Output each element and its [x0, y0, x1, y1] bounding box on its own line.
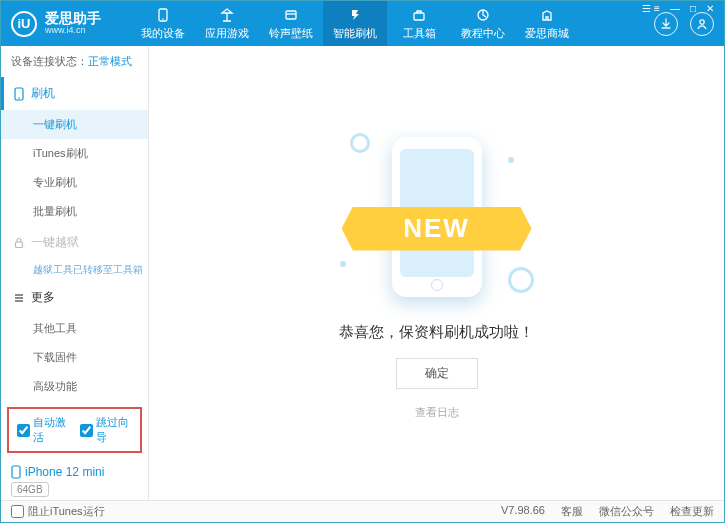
app-url: www.i4.cn — [45, 26, 101, 36]
flash-item-0[interactable]: 一键刷机 — [1, 110, 148, 139]
group-more[interactable]: 更多 — [1, 281, 148, 314]
svg-point-1 — [162, 18, 164, 20]
phone-icon — [11, 465, 21, 479]
phone-icon — [13, 87, 25, 101]
nav-icon — [154, 6, 172, 24]
nav-item-4[interactable]: 工具箱 — [387, 1, 451, 46]
more-item-2[interactable]: 高级功能 — [1, 372, 148, 401]
svg-point-5 — [700, 19, 704, 23]
footer-link-support[interactable]: 客服 — [561, 504, 583, 519]
main-content: NEW 恭喜您，保资料刷机成功啦！ 确定 查看日志 — [149, 46, 724, 500]
version-label: V7.98.66 — [501, 504, 545, 519]
download-button[interactable] — [654, 12, 678, 36]
svg-point-7 — [18, 97, 20, 99]
user-button[interactable] — [690, 12, 714, 36]
view-log-link[interactable]: 查看日志 — [415, 405, 459, 420]
group-flash[interactable]: 刷机 — [1, 77, 148, 110]
header: iU 爱思助手 www.i4.cn 我的设备应用游戏铃声壁纸智能刷机工具箱教程中… — [1, 1, 724, 46]
options-highlight: 自动激活 跳过向导 — [7, 407, 142, 453]
main-nav: 我的设备应用游戏铃声壁纸智能刷机工具箱教程中心爱思商城 — [131, 1, 654, 46]
nav-icon — [410, 6, 428, 24]
nav-icon — [282, 6, 300, 24]
nav-icon — [218, 6, 236, 24]
list-icon — [13, 292, 25, 304]
svg-rect-9 — [12, 466, 20, 478]
nav-item-3[interactable]: 智能刷机 — [323, 1, 387, 46]
logo-area: iU 爱思助手 www.i4.cn — [11, 11, 131, 37]
ok-button[interactable]: 确定 — [396, 358, 478, 389]
success-illustration: NEW — [332, 127, 542, 307]
flash-item-1[interactable]: iTunes刷机 — [1, 139, 148, 168]
nav-item-2[interactable]: 铃声壁纸 — [259, 1, 323, 46]
footer-link-update[interactable]: 检查更新 — [670, 504, 714, 519]
flash-item-2[interactable]: 专业刷机 — [1, 168, 148, 197]
jailbreak-note[interactable]: 越狱工具已转移至工具箱 — [1, 259, 148, 281]
svg-rect-3 — [414, 13, 424, 20]
footer-link-wechat[interactable]: 微信公众号 — [599, 504, 654, 519]
more-item-0[interactable]: 其他工具 — [1, 314, 148, 343]
new-ribbon: NEW — [342, 207, 532, 251]
device-capacity: 64GB — [11, 482, 49, 497]
nav-item-6[interactable]: 爱思商城 — [515, 1, 579, 46]
more-item-1[interactable]: 下载固件 — [1, 343, 148, 372]
logo-icon: iU — [11, 11, 37, 37]
congrats-text: 恭喜您，保资料刷机成功啦！ — [339, 323, 534, 342]
nav-icon — [346, 6, 364, 24]
group-jailbreak[interactable]: 一键越狱 — [1, 226, 148, 259]
device-name[interactable]: iPhone 12 mini — [11, 465, 138, 479]
svg-rect-8 — [16, 242, 23, 248]
nav-icon — [474, 6, 492, 24]
check-skip-guide[interactable]: 跳过向导 — [80, 415, 133, 445]
sidebar: 设备连接状态：正常模式 刷机 一键刷机iTunes刷机专业刷机批量刷机 一键越狱… — [1, 46, 149, 500]
nav-item-1[interactable]: 应用游戏 — [195, 1, 259, 46]
nav-item-0[interactable]: 我的设备 — [131, 1, 195, 46]
app-name: 爱思助手 — [45, 11, 101, 26]
nav-item-5[interactable]: 教程中心 — [451, 1, 515, 46]
header-right — [654, 12, 714, 36]
lock-icon — [13, 237, 25, 249]
check-block-itunes[interactable]: 阻止iTunes运行 — [11, 504, 105, 519]
svg-rect-2 — [286, 11, 296, 19]
nav-icon — [538, 6, 556, 24]
flash-item-3[interactable]: 批量刷机 — [1, 197, 148, 226]
check-auto-activate[interactable]: 自动激活 — [17, 415, 70, 445]
device-status: 设备连接状态：正常模式 — [1, 46, 148, 77]
footer: 阻止iTunes运行 V7.98.66 客服 微信公众号 检查更新 — [1, 500, 724, 522]
